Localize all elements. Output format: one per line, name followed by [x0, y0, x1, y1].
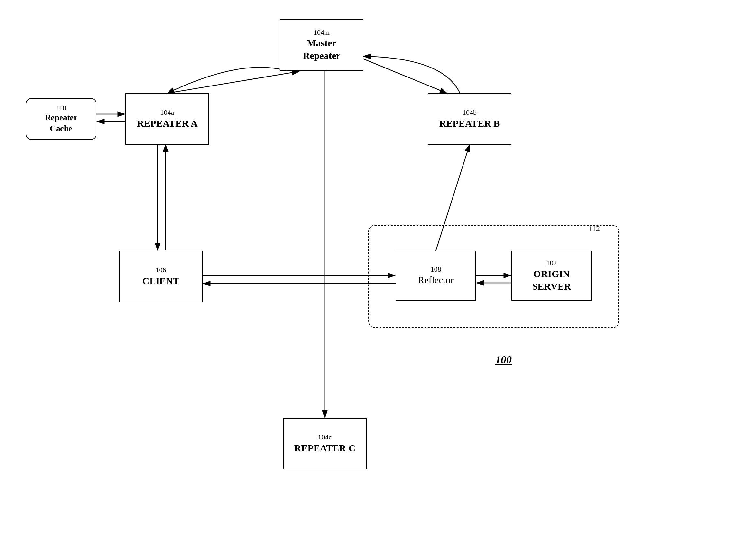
- node-102-label: ORIGINSERVER: [532, 267, 571, 293]
- node-repeater-b: 104b REPEATER B: [428, 93, 511, 145]
- node-106-id: 106: [156, 266, 166, 274]
- node-104c-id: 104c: [318, 433, 332, 441]
- svg-line-4: [167, 72, 299, 93]
- node-reflector: 108 Reflector: [396, 251, 476, 301]
- node-108-label: Reflector: [418, 274, 454, 286]
- svg-line-5: [357, 56, 447, 93]
- figure-label: 100: [495, 354, 512, 366]
- svg-marker-14: [0, 0, 3, 2]
- node-repeater-cache: 110 RepeaterCache: [26, 98, 97, 140]
- node-master-repeater: 104m MasterRepeater: [280, 19, 363, 71]
- svg-marker-0: [0, 0, 3, 2]
- label-112: 112: [589, 224, 600, 233]
- node-110-label: RepeaterCache: [45, 112, 77, 134]
- node-110-id: 110: [56, 104, 66, 112]
- node-104c-label: REPEATER C: [294, 442, 355, 454]
- diagram: 112 104m MasterRepeater 104a REPEATER A …: [0, 0, 751, 560]
- node-108-id: 108: [431, 265, 441, 274]
- svg-marker-1: [0, 0, 3, 2]
- node-106-label: CLIENT: [142, 275, 179, 287]
- node-origin-server: 102 ORIGINSERVER: [511, 251, 592, 301]
- node-104m-id: 104m: [314, 28, 330, 37]
- node-104a-id: 104a: [160, 108, 174, 117]
- node-102-id: 102: [547, 259, 557, 267]
- node-104m-label: MasterRepeater: [303, 37, 341, 62]
- node-104a-label: REPEATER A: [137, 117, 198, 129]
- node-104b-label: REPEATER B: [439, 117, 500, 129]
- node-client: 106 CLIENT: [119, 251, 203, 302]
- node-104b-id: 104b: [462, 108, 477, 117]
- node-repeater-a: 104a REPEATER A: [125, 93, 209, 145]
- node-repeater-c: 104c REPEATER C: [283, 418, 367, 469]
